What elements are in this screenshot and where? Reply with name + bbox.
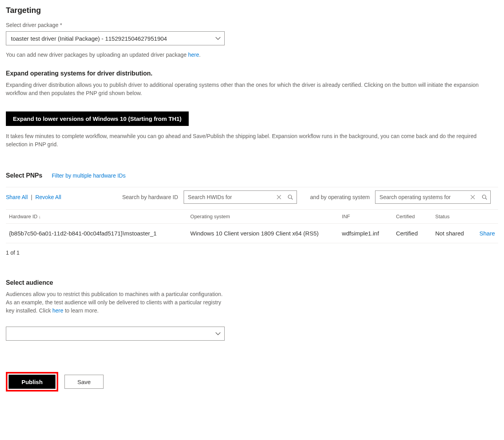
publish-highlight-box: Publish	[6, 372, 58, 392]
separator: |	[31, 194, 32, 200]
pnp-table: Hardware ID↓ Operating system INF Certif…	[6, 209, 498, 243]
share-all-link[interactable]: Share All	[6, 194, 28, 200]
expand-workflow-note: It takes few minutes to complete workflo…	[6, 132, 498, 149]
search-os-label: and by operating system	[310, 194, 370, 200]
select-audience-title: Select audience	[6, 279, 498, 286]
select-pnps-title: Select PNPs	[6, 172, 42, 179]
page-count: 1 of 1	[6, 250, 498, 256]
audience-description: Audiences allow you to restrict this pub…	[6, 290, 225, 315]
search-hwid-label: Search by hardware ID	[122, 194, 178, 200]
cell-certified: Certified	[393, 224, 432, 243]
search-os-input[interactable]	[375, 194, 467, 200]
row-share-link[interactable]: Share	[479, 230, 495, 237]
cell-hardware-id: {b85b7c50-6a01-11d2-b841-00c04fad5171}\m…	[6, 224, 187, 243]
audience-here-link[interactable]: here	[52, 307, 63, 314]
driver-package-value: toaster test driver (Initial Package) - …	[11, 35, 167, 42]
filter-multiple-hwids-link[interactable]: Filter by multiple hardware IDs	[52, 172, 125, 179]
targeting-title: Targeting	[6, 6, 498, 15]
publish-button[interactable]: Publish	[9, 375, 55, 389]
upload-help-text: You can add new driver packages by uploa…	[6, 51, 498, 59]
cell-inf: wdfsimple1.inf	[339, 224, 393, 243]
driver-package-label: Select driver package *	[6, 22, 498, 28]
expand-os-description: Expanding driver distribution allows you…	[6, 81, 498, 97]
col-certified[interactable]: Certified	[393, 210, 432, 224]
col-os[interactable]: Operating system	[187, 210, 339, 224]
svg-point-1	[482, 195, 486, 198]
search-hwid-box[interactable]	[184, 190, 297, 204]
col-inf[interactable]: INF	[339, 210, 393, 224]
expand-os-heading: Expand operating systems for driver dist…	[6, 70, 498, 77]
save-button[interactable]: Save	[64, 375, 104, 389]
search-os-box[interactable]	[375, 190, 491, 204]
col-status[interactable]: Status	[432, 210, 476, 224]
search-hwid-icon[interactable]	[285, 191, 297, 203]
clear-hwid-icon[interactable]	[273, 191, 285, 203]
cell-os: Windows 10 Client version 1809 Client x6…	[187, 224, 339, 243]
sort-down-icon: ↓	[39, 214, 41, 219]
audience-select[interactable]	[6, 327, 225, 341]
svg-point-0	[288, 195, 292, 198]
cell-status: Not shared	[432, 224, 476, 243]
search-hwid-input[interactable]	[184, 194, 273, 200]
upload-here-link[interactable]: here	[188, 52, 199, 58]
revoke-all-link[interactable]: Revoke All	[35, 194, 61, 200]
clear-os-icon[interactable]	[467, 191, 479, 203]
expand-lower-versions-button[interactable]: Expand to lower versions of Windows 10 (…	[6, 111, 189, 126]
table-row: {b85b7c50-6a01-11d2-b841-00c04fad5171}\m…	[6, 224, 498, 243]
col-hardware-id[interactable]: Hardware ID↓	[6, 210, 187, 224]
search-os-icon[interactable]	[479, 191, 490, 203]
driver-package-select[interactable]: toaster test driver (Initial Package) - …	[6, 31, 225, 45]
